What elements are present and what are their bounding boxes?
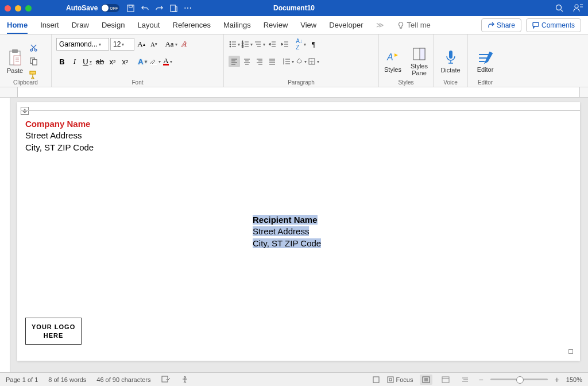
increase-indent-icon[interactable] xyxy=(279,38,291,50)
accessibility-icon[interactable] xyxy=(181,376,189,384)
redo-icon[interactable] xyxy=(155,4,164,13)
table-move-handle[interactable]: ✥ xyxy=(21,107,29,115)
svg-rect-8 xyxy=(14,56,21,65)
template-icon[interactable] xyxy=(169,4,178,13)
sender-block[interactable]: Company Name Street Address City, ST ZIP… xyxy=(25,118,94,153)
svg-rect-14 xyxy=(150,64,157,65)
outline-view-icon[interactable] xyxy=(459,375,471,385)
autosave-switch[interactable]: OFF xyxy=(101,4,119,12)
strikethrough-button[interactable]: ab xyxy=(94,56,106,67)
zoom-in-icon[interactable]: + xyxy=(555,375,559,384)
dictate-button[interactable]: Dictate xyxy=(438,48,462,75)
tab-references[interactable]: References xyxy=(173,17,211,33)
search-icon[interactable] xyxy=(555,3,564,13)
account-icon[interactable] xyxy=(573,3,583,13)
recipient-street[interactable]: Street Address xyxy=(253,226,309,236)
document-page[interactable]: ✥ Company Name Street Address City, ST Z… xyxy=(17,102,580,361)
sender-city[interactable]: City, ST ZIP Code xyxy=(25,142,94,153)
recipient-city[interactable]: City, ST ZIP Code xyxy=(253,238,321,248)
clear-formatting-icon[interactable]: A̷ xyxy=(178,38,189,50)
save-icon[interactable] xyxy=(126,4,135,13)
zoom-slider[interactable] xyxy=(490,379,548,380)
multilevel-list-icon[interactable] xyxy=(254,38,265,50)
italic-button[interactable]: I xyxy=(69,56,80,67)
align-right-icon[interactable] xyxy=(254,56,265,67)
spellcheck-icon[interactable] xyxy=(161,376,171,384)
tab-design[interactable]: Design xyxy=(102,17,125,33)
tell-me-search[interactable]: Tell me xyxy=(397,21,431,29)
tab-draw[interactable]: Draw xyxy=(72,17,89,33)
vertical-ruler[interactable] xyxy=(0,98,10,376)
superscript-button[interactable]: x2 xyxy=(119,56,131,67)
share-button[interactable]: Share xyxy=(481,18,521,32)
logo-placeholder[interactable]: YOUR LOGO HERE xyxy=(25,318,82,345)
line-spacing-icon[interactable] xyxy=(283,56,294,67)
maximize-window-icon[interactable] xyxy=(25,5,32,11)
tab-overflow-icon[interactable]: ≫ xyxy=(376,21,384,29)
grow-font-icon[interactable]: A▴ xyxy=(136,38,147,50)
tab-insert[interactable]: Insert xyxy=(40,17,59,33)
undo-icon[interactable] xyxy=(141,4,149,13)
print-layout-view-icon[interactable] xyxy=(420,375,432,385)
recipient-name[interactable]: Recipient Name xyxy=(253,215,318,225)
document-workspace: ✥ Company Name Street Address City, ST Z… xyxy=(0,98,588,376)
more-icon[interactable]: ⋯ xyxy=(184,3,192,13)
shading-icon[interactable] xyxy=(295,56,307,67)
horizontal-ruler[interactable] xyxy=(0,87,588,98)
autosave-toggle[interactable]: AutoSave OFF xyxy=(66,4,119,12)
styles-pane-button[interactable]: Styles Pane xyxy=(408,45,430,78)
copy-icon[interactable] xyxy=(28,56,39,67)
font-size-select[interactable]: 12 xyxy=(110,38,134,51)
sort-icon[interactable]: A↓Z xyxy=(295,38,307,50)
shrink-font-icon[interactable]: A▾ xyxy=(148,38,160,50)
change-case-icon[interactable]: Aa xyxy=(165,38,177,50)
underline-button[interactable]: U xyxy=(82,56,93,67)
tab-view[interactable]: View xyxy=(300,17,316,33)
tab-home[interactable]: Home xyxy=(7,17,28,34)
svg-rect-0 xyxy=(127,5,134,11)
focus-mode[interactable]: Focus xyxy=(387,376,413,383)
recipient-block[interactable]: Recipient Name Street Address City, ST Z… xyxy=(253,214,321,249)
paste-icon xyxy=(7,49,22,66)
numbering-icon[interactable]: 123 xyxy=(241,38,253,50)
char-count[interactable]: 46 of 90 characters xyxy=(96,376,150,383)
company-name[interactable]: Company Name xyxy=(25,118,94,130)
subscript-button[interactable]: x2 xyxy=(107,56,118,67)
minimize-window-icon[interactable] xyxy=(15,5,21,11)
editor-button[interactable]: Editor xyxy=(475,49,496,74)
font-color-icon[interactable]: A xyxy=(162,56,173,67)
styles-button[interactable]: A Styles xyxy=(382,49,404,74)
zoom-out-icon[interactable]: − xyxy=(478,375,483,384)
show-marks-icon[interactable]: ¶ xyxy=(308,38,319,50)
tab-developer[interactable]: Developer xyxy=(329,17,363,33)
tab-mailings[interactable]: Mailings xyxy=(223,17,251,33)
justify-icon[interactable] xyxy=(266,56,278,67)
format-painter-icon[interactable] xyxy=(28,69,39,80)
align-center-icon[interactable] xyxy=(241,56,253,67)
paste-button[interactable]: Paste xyxy=(5,48,25,75)
tab-review[interactable]: Review xyxy=(264,17,288,33)
bold-button[interactable]: B xyxy=(56,56,68,67)
web-layout-view-icon[interactable] xyxy=(439,375,452,385)
svg-point-16 xyxy=(230,44,231,45)
zoom-level[interactable]: 150% xyxy=(566,376,582,383)
cut-icon[interactable] xyxy=(28,43,39,54)
word-count[interactable]: 8 of 16 words xyxy=(48,376,86,383)
text-effects-icon[interactable]: A xyxy=(137,56,148,67)
bullets-icon[interactable] xyxy=(229,38,240,50)
svg-rect-13 xyxy=(30,71,36,74)
highlight-icon[interactable] xyxy=(149,56,161,67)
align-left-icon[interactable] xyxy=(229,56,240,67)
tab-layout[interactable]: Layout xyxy=(137,17,160,33)
font-name-select[interactable]: Garamond... xyxy=(56,38,109,51)
decrease-indent-icon[interactable] xyxy=(266,38,278,50)
page-count[interactable]: Page 1 of 1 xyxy=(6,376,38,383)
macro-icon[interactable] xyxy=(372,376,380,384)
svg-rect-1 xyxy=(129,5,133,7)
sender-street[interactable]: Street Address xyxy=(25,130,94,141)
svg-rect-5 xyxy=(533,22,539,26)
borders-icon[interactable] xyxy=(308,56,319,67)
table-resize-handle[interactable] xyxy=(568,349,573,354)
close-window-icon[interactable] xyxy=(5,5,11,11)
comments-button[interactable]: Comments xyxy=(526,18,581,32)
